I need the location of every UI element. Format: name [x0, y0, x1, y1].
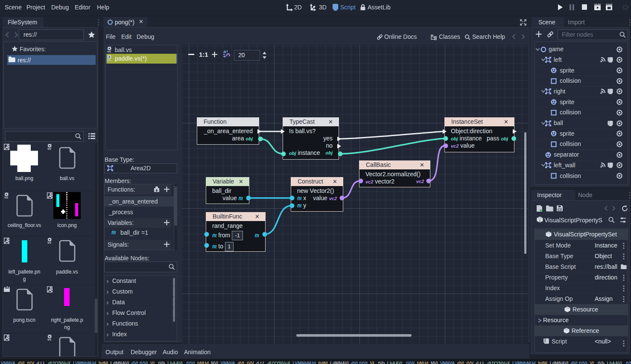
svg-text:vs: vs [107, 50, 111, 53]
svg-text:vs: vs [4, 195, 8, 199]
svg-text:vs: vs [107, 58, 111, 61]
svg-text:vs: vs [47, 147, 51, 150]
svg-text:vs: vs [47, 338, 51, 341]
svg-text:vs: vs [47, 241, 51, 244]
